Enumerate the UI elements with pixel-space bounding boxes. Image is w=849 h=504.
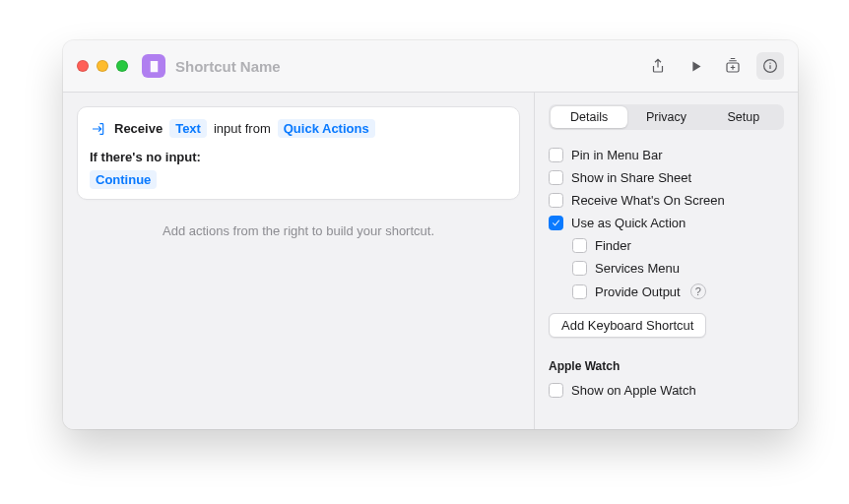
option-label: Show in Share Sheet [571,170,691,185]
minimize-window-button[interactable] [97,60,108,72]
option-services-menu[interactable]: Services Menu [549,257,784,280]
option-apple-watch[interactable]: Show on Apple Watch [549,379,784,402]
option-label: Use as Quick Action [571,216,686,230]
checkbox-checked-icon [549,216,563,230]
svg-point-2 [769,62,770,63]
tab-details[interactable]: Details [551,106,627,128]
option-finder[interactable]: Finder [549,234,784,257]
run-button[interactable] [682,52,709,80]
tab-privacy[interactable]: Privacy [627,106,704,128]
zoom-window-button[interactable] [116,60,128,72]
shortcut-name-field[interactable]: Shortcut Name [175,58,281,75]
apple-watch-section-title: Apple Watch [549,359,784,373]
option-label: Services Menu [595,261,680,276]
checkbox-unchecked-icon [549,148,563,162]
checkbox-unchecked-icon [572,238,587,253]
option-label: Finder [595,238,631,253]
receive-input-row: Receive Text input from Quick Actions [90,119,505,138]
option-label: Receive What's On Screen [571,193,725,208]
option-receive-screen[interactable]: Receive What's On Screen [549,189,784,212]
input-source-token[interactable]: Quick Actions [278,119,375,138]
checkbox-unchecked-icon [549,383,563,398]
canvas-hint: Add actions from the right to build your… [77,223,520,238]
canvas-area: Receive Text input from Quick Actions If… [63,93,534,429]
option-share-sheet[interactable]: Show in Share Sheet [549,166,784,189]
window-body: Receive Text input from Quick Actions If… [63,92,798,429]
sidebar-tabs: Details Privacy Setup [549,104,784,130]
option-label: Pin in Menu Bar [571,148,663,162]
help-icon[interactable]: ? [690,284,706,299]
info-toggle-button[interactable] [756,52,784,80]
shortcuts-app-icon [142,54,165,78]
input-arrow-icon [90,120,107,138]
checkbox-unchecked-icon [549,193,563,208]
no-input-label: If there's no input: [90,150,505,164]
input-action-card[interactable]: Receive Text input from Quick Actions If… [77,106,520,200]
option-provide-output[interactable]: Provide Output ? [549,280,784,303]
no-input-action-token[interactable]: Continue [90,170,157,189]
share-button[interactable] [644,52,672,80]
input-from-label: input from [214,121,271,136]
titlebar: Shortcut Name [63,40,798,92]
checkbox-unchecked-icon [572,284,587,299]
option-quick-action[interactable]: Use as Quick Action [549,212,784,234]
option-label: Show on Apple Watch [571,383,696,398]
tab-setup[interactable]: Setup [705,106,782,128]
option-pin-menu-bar[interactable]: Pin in Menu Bar [549,144,784,166]
input-type-token[interactable]: Text [169,119,207,138]
traffic-lights [77,60,128,72]
play-icon [688,59,703,74]
info-icon [761,57,779,75]
receive-label: Receive [114,121,163,136]
checkbox-unchecked-icon [572,261,587,276]
library-toggle-button[interactable] [719,52,747,80]
option-label: Provide Output [595,284,681,299]
close-window-button[interactable] [77,60,89,72]
library-icon [724,57,742,75]
checkbox-unchecked-icon [549,170,563,185]
add-keyboard-shortcut-button[interactable]: Add Keyboard Shortcut [549,313,706,338]
details-sidebar: Details Privacy Setup Pin in Menu Bar Sh… [534,93,798,429]
share-icon [649,57,667,75]
window: Shortcut Name Receive Text i [63,40,798,429]
